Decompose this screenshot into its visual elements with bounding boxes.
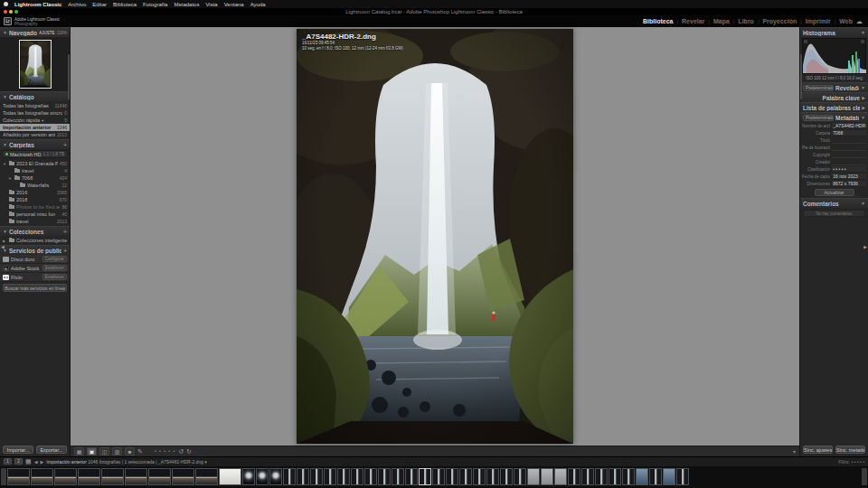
folder-item-photos-to-be-filed-away[interactable]: Photos to be filed away86 <box>0 203 70 211</box>
filmstrip-thumb-27[interactable] <box>473 468 486 485</box>
filmstrip-thumb-14[interactable] <box>297 468 309 485</box>
import-button[interactable]: Importar... <box>3 446 33 454</box>
module-proyecci-n[interactable]: Proyección <box>762 18 797 24</box>
filmstrip-thumb-33[interactable] <box>554 468 567 485</box>
filmstrip-thumb-10[interactable] <box>242 468 255 485</box>
filmstrip-source-breadcrumb[interactable]: Importación anterior 1046 fotografías | … <box>46 459 206 465</box>
add-collection-icon[interactable]: + <box>63 229 67 235</box>
folder-item-2016[interactable]: 20163365 <box>0 189 70 196</box>
filmstrip-thumb-31[interactable] <box>527 468 540 485</box>
filmstrip-source[interactable]: Importación anterior <box>46 459 86 465</box>
histogram-header[interactable]: Histograma ▼ <box>800 27 868 37</box>
filmstrip-thumb-9[interactable] <box>219 468 241 485</box>
module-biblioteca[interactable]: Biblioteca <box>643 18 673 24</box>
main-window-icon[interactable]: 1 <box>4 458 12 465</box>
add-publish-service-icon[interactable]: + <box>63 248 67 254</box>
filmstrip-scroll-right-handle[interactable] <box>862 468 867 485</box>
filmstrip-thumb-20[interactable] <box>378 468 391 485</box>
collections-header[interactable]: ▼ Colecciones + <box>0 226 70 236</box>
catalog-item-todas-las-fotograf-as[interactable]: Todas las fotografías11846 <box>0 102 70 109</box>
expand-toggle-icon[interactable]: ▶ <box>3 239 7 243</box>
catalog-item-todas-las-fotograf-as-sincronizadas[interactable]: Todas las fotografías sincronizadas0 <box>0 109 70 117</box>
filmstrip-thumb-16[interactable] <box>324 468 336 485</box>
zoom-fit-option[interactable]: AJUSTE <box>39 31 54 35</box>
folder-item-personal-misc-fun[interactable]: personal misc fun40 <box>0 211 70 218</box>
filmstrip-thumb-24[interactable] <box>432 468 445 485</box>
menu-metadatos[interactable]: Metadatos <box>174 2 199 7</box>
go-back-icon[interactable]: ◀ <box>34 459 38 465</box>
metadata-value-copyright[interactable] <box>832 152 866 158</box>
module-web[interactable]: Web <box>839 18 853 24</box>
folders-header[interactable]: ▼ Carpetas + <box>0 139 70 149</box>
expand-toggle-icon[interactable]: ▼ <box>8 176 13 181</box>
filmstrip-thumb-15[interactable] <box>310 468 323 485</box>
filmstrip-thumb-18[interactable] <box>351 468 363 485</box>
module-mapa[interactable]: Mapa <box>713 18 730 24</box>
compare-view-icon[interactable]: ◫ <box>99 447 109 455</box>
sync-metadata-button[interactable]: Sinc. metadatos <box>835 446 865 454</box>
filmstrip-thumb-19[interactable] <box>364 468 377 485</box>
survey-view-icon[interactable]: ▥ <box>112 447 122 455</box>
publish-service-disco-duro[interactable]: Disco duroConfigurar <box>0 255 70 264</box>
filmstrip-thumb-34[interactable] <box>568 468 580 485</box>
rotate-left-icon[interactable]: ↺ <box>178 447 184 455</box>
publish-service-action-button[interactable]: Establecer <box>42 274 67 280</box>
grid-view-icon[interactable]: ▦ <box>74 447 84 455</box>
publish-service-action-button[interactable]: Establecer <box>42 265 67 271</box>
filmstrip-thumb-29[interactable] <box>500 468 513 485</box>
folder-item-2023-el-granada-photography[interactable]: ▼2023 El Granada Photography450 <box>0 160 70 167</box>
filmstrip-thumb-42[interactable] <box>676 468 689 485</box>
close-window-icon[interactable] <box>4 10 7 14</box>
volume-browser[interactable]: Macintosh HD 1,1 / 1,8 TB <box>2 150 68 158</box>
filmstrip-thumb-25[interactable] <box>446 468 458 485</box>
folder-item-travel[interactable]: travel4 <box>0 167 70 174</box>
publish-service-adobe-stock[interactable]: StAdobe StockEstablecer <box>0 264 70 273</box>
filmstrip-thumb-3[interactable] <box>78 468 100 485</box>
find-more-services-button[interactable]: Buscar más servicios en línea <box>3 284 67 292</box>
left-panel-scrollbar[interactable] <box>68 54 70 99</box>
folder-item-travel[interactable]: travel2013 <box>0 218 70 225</box>
menu-ventana[interactable]: Ventana <box>224 2 244 7</box>
menu-vista[interactable]: Vista <box>205 2 217 7</box>
saved-preset-dropdown[interactable]: Predeterminado <box>803 85 834 91</box>
metadata-value-fecha-de-captura[interactable]: 16 nov 2023 <box>832 174 866 180</box>
menu-fotograf-a[interactable]: Fotografía <box>143 2 167 7</box>
filmstrip-thumb-11[interactable] <box>256 468 269 485</box>
comments-header[interactable]: Comentarios ▼ <box>800 198 868 208</box>
add-folder-icon[interactable]: + <box>63 142 67 148</box>
metadata-value-dimensiones[interactable]: 8672 x 7936 <box>832 181 866 187</box>
metadata-value-carpeta[interactable]: 7068 <box>832 130 866 136</box>
folder-item-waterfalls[interactable]: Waterfalls12 <box>0 182 70 189</box>
filmstrip-thumb-28[interactable] <box>486 468 499 485</box>
toolbar-options-icon[interactable]: ▾ <box>793 448 796 455</box>
folder-item-7068[interactable]: ▼7068424 <box>0 174 70 182</box>
highlight-clipping-icon[interactable] <box>861 40 864 43</box>
sync-settings-button[interactable]: Sinc. ajustes <box>803 446 833 454</box>
navigator-header[interactable]: ▼ Navegador AJUSTE 100% <box>0 27 70 37</box>
traffic-lights[interactable] <box>4 10 18 14</box>
catalog-item-colecci-n-r-pida[interactable]: Colección rápida +5 <box>0 117 70 124</box>
rating-stars[interactable]: • • • • • <box>155 448 175 454</box>
filmstrip-thumb-6[interactable] <box>148 468 171 485</box>
module-revelar[interactable]: Revelar <box>682 18 704 24</box>
filmstrip-thumb-13[interactable] <box>283 468 296 485</box>
zoom-ratio-option[interactable]: 100% <box>56 31 67 35</box>
filmstrip-thumb-40[interactable] <box>649 468 662 485</box>
filmstrip-thumb-23[interactable] <box>419 468 431 485</box>
people-view-icon[interactable]: ☻ <box>125 447 135 455</box>
module-imprimir[interactable]: Imprimir <box>806 18 831 24</box>
filmstrip-scroll-left-handle[interactable] <box>1 468 6 485</box>
grid-view-shortcut-icon[interactable]: ▦ <box>25 457 32 465</box>
menu-lightroom-classic[interactable]: Lightroom Classic <box>14 2 61 7</box>
metadata-action-button[interactable]: Actualizar <box>815 189 854 196</box>
export-button[interactable]: Exportar... <box>36 446 67 454</box>
zoom-window-icon[interactable] <box>14 10 18 14</box>
filmstrip-thumb-26[interactable] <box>459 468 472 485</box>
filmstrip-thumb-17[interactable] <box>337 468 350 485</box>
filmstrip-thumb-41[interactable] <box>663 468 675 485</box>
filter-stars[interactable]: • • • • • <box>852 459 864 465</box>
metadata-preset-dropdown[interactable]: Predeterminado <box>803 115 834 121</box>
filmstrip-thumb-1[interactable] <box>31 468 53 485</box>
collapse-left-panel-icon[interactable]: ◀ <box>1 244 5 249</box>
metadata-value-creador[interactable] <box>832 159 866 165</box>
